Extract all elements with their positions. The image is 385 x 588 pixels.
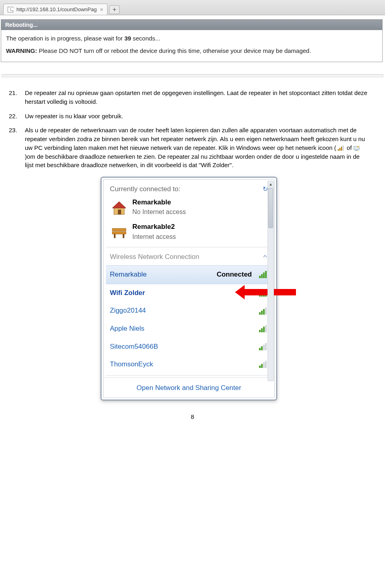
open-network-center-link[interactable]: Open Network and Sharing Center <box>103 377 274 398</box>
page-icon <box>8 7 13 12</box>
conn-subtext: Internet access <box>132 232 176 241</box>
tray-monitor-icon <box>353 145 361 152</box>
reboot-warning-line: WARNING: Please DO NOT turn off or reboo… <box>6 46 377 56</box>
network-name: Apple Niels <box>110 324 144 334</box>
reboot-title: Rebooting... <box>1 20 382 30</box>
tab-close-icon[interactable]: × <box>100 6 103 13</box>
network-name: Remarkable <box>110 270 147 280</box>
list-item-21: 21. De repeater zal nu opnieuw gaan opst… <box>9 89 369 106</box>
network-row-ziggo[interactable]: Ziggo20144 <box>106 302 272 320</box>
divider <box>106 375 272 376</box>
conn-name: Remarkable <box>132 198 186 208</box>
item-text: De repeater zal nu opnieuw gaan opstarte… <box>25 89 369 106</box>
bench-icon <box>110 223 128 240</box>
list-item-22: 22. Uw repeater is nu klaar voor gebruik… <box>9 112 369 121</box>
network-name: Wifi Zolder <box>110 288 145 298</box>
document-body: 21. De repeater zal nu opnieuw gaan opst… <box>0 81 385 404</box>
tab-title: http://192.168.10.1/countDownPag <box>16 6 97 12</box>
wireless-section-header[interactable]: Wireless Network Connection ^ <box>106 249 272 265</box>
network-row-sitecom[interactable]: Sitecom54066B <box>106 338 272 356</box>
progress-bar-placeholder <box>2 74 383 77</box>
chevron-up-icon: ^ <box>263 254 267 261</box>
current-connection-1[interactable]: Remarkable No Internet access <box>106 196 272 221</box>
item-number: 21. <box>9 89 25 106</box>
reboot-progress-line: The operation is in progress, please wai… <box>6 34 377 43</box>
divider <box>106 247 272 247</box>
network-row-apple-niels[interactable]: Apple Niels <box>106 320 272 338</box>
plus-icon: + <box>113 6 116 13</box>
item-text: Als u de repeater de netwerknaam van de … <box>25 126 369 170</box>
list-item-23: 23. Als u de repeater de netwerknaam van… <box>9 126 369 170</box>
current-connection-2[interactable]: Remarkable2 Internet access <box>106 220 272 245</box>
network-row-wifi-zolder[interactable]: Wifi Zolder <box>106 284 272 302</box>
network-name: ThomsonEyck <box>110 360 153 370</box>
signal-icon <box>259 307 267 315</box>
open-link-text: Open Network and Sharing Center <box>137 384 241 392</box>
item-text-b: )om de beschikbare draadloze netwerken t… <box>25 153 360 169</box>
of-word: of <box>347 144 354 151</box>
scroll-thumb[interactable] <box>268 188 273 228</box>
wifi-popup: Currently connected to: ↻ Remarkable No … <box>103 179 275 398</box>
reboot-body: The operation is in progress, please wai… <box>1 30 382 62</box>
item-number: 22. <box>9 112 25 121</box>
section-label: Wireless Network Connection <box>110 252 199 262</box>
reboot-text-a: The operation is in progress, please wai… <box>6 35 124 42</box>
browser-tab[interactable]: http://192.168.10.1/countDownPag × <box>3 4 107 15</box>
popup-header-text: Currently connected to: <box>110 184 180 194</box>
network-row-remarkable[interactable]: Remarkable Connected <box>106 265 272 284</box>
page-number: 8 <box>0 404 385 432</box>
signal-icon <box>259 361 267 368</box>
signal-icon <box>259 343 267 350</box>
item-text: Uw repeater is nu klaar voor gebruik. <box>25 112 369 121</box>
popup-header: Currently connected to: ↻ <box>106 182 272 196</box>
network-name: Ziggo20144 <box>110 306 146 316</box>
network-row-thomson[interactable]: ThomsonEyck <box>106 356 272 374</box>
browser-tab-bar: http://192.168.10.1/countDownPag × + <box>0 0 385 15</box>
item-text-a: Als u de repeater de netwerknaam van de … <box>25 127 365 151</box>
item-number: 23. <box>9 126 25 170</box>
signal-icon <box>259 325 267 332</box>
house-icon <box>110 198 128 216</box>
connected-label: Connected <box>217 270 252 280</box>
wifi-popup-figure: Currently connected to: ↻ Remarkable No … <box>9 177 369 400</box>
reboot-text-b: seconds... <box>131 35 160 42</box>
conn-subtext: No Internet access <box>132 207 186 216</box>
warning-text: Please DO NOT turn off or reboot the dev… <box>37 47 311 54</box>
conn-name: Remarkable2 <box>132 222 176 232</box>
scrollbar[interactable]: ▲ <box>267 181 274 381</box>
tray-signal-icon <box>338 145 345 151</box>
scroll-up-icon[interactable]: ▲ <box>268 181 274 188</box>
warning-label: WARNING: <box>6 47 37 54</box>
network-name: Sitecom54066B <box>110 342 158 352</box>
reboot-seconds: 39 <box>124 35 131 42</box>
signal-icon <box>259 271 267 278</box>
new-tab-button[interactable]: + <box>109 5 120 14</box>
reboot-panel: Rebooting... The operation is in progres… <box>1 19 383 62</box>
